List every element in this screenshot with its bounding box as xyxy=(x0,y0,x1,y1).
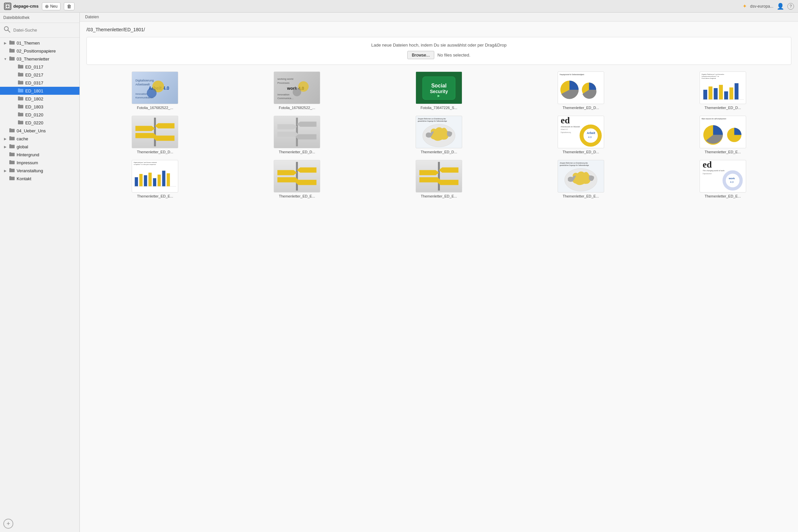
svg-text:gesetzlichen Zugangs für Selbs: gesetzlichen Zugangs für Selbstständige xyxy=(559,165,589,166)
add-folder-button[interactable]: + xyxy=(3,519,13,529)
svg-text:Jüngste Reformen zur Erweiteru: Jüngste Reformen zur Erweiterung des xyxy=(418,118,446,120)
file-thumbnail-5 xyxy=(132,116,178,148)
content-header: Dateien xyxy=(80,13,798,22)
folder-icon-Veranstaltung xyxy=(9,168,15,173)
svg-marker-45 xyxy=(295,134,317,140)
file-item-9[interactable]: Main reasons for self-employment Themenl… xyxy=(654,116,791,154)
tree-item-01_Themen[interactable]: ▶01_Themen xyxy=(0,39,79,47)
tree-item-ED_1802[interactable]: ED_1802 xyxy=(0,95,79,103)
file-item-14[interactable]: ed The changing world of work Digitaliza… xyxy=(654,160,791,198)
svg-rect-63 xyxy=(144,175,147,186)
svg-text:Arbeit: Arbeit xyxy=(587,131,595,135)
tree-item-Hintergrund[interactable]: Hintergrund xyxy=(0,151,79,158)
tree-label-01_Themen: 01_Themen xyxy=(17,41,76,45)
svg-marker-39 xyxy=(136,133,157,138)
tree-item-04_Ueber_Uns[interactable]: 04_Ueber_Uns xyxy=(0,127,79,135)
file-label-12: Themenletter_ED_E... xyxy=(421,194,457,198)
file-thumbnail-9: Main reasons for self-employment xyxy=(700,116,746,148)
folder-icon-02_Positionspapiere xyxy=(9,48,15,54)
tree-item-Veranstaltung[interactable]: ▶Veranstaltung xyxy=(0,167,79,174)
svg-rect-68 xyxy=(167,173,170,186)
folder-icon-ED_1801 xyxy=(18,88,23,93)
svg-rect-75 xyxy=(438,162,440,191)
file-item-0[interactable]: Digitalisierung Arbeitswelt Arbeit 4.0 I… xyxy=(87,72,224,110)
svg-rect-66 xyxy=(158,174,161,186)
file-item-8[interactable]: ed Arbeitswelt im Wandel Arbeit 4.0 Digi… xyxy=(512,116,649,154)
svg-marker-74 xyxy=(295,180,317,185)
svg-text:4.0: 4.0 xyxy=(730,180,734,184)
tree-label-Kontakt: Kontakt xyxy=(17,176,76,181)
file-thumbnail-8: ed Arbeitswelt im Wandel Arbeit 4.0 Digi… xyxy=(557,116,604,148)
file-item-3[interactable]: Hauptgründe für Selbstständigkeit Themen… xyxy=(512,72,649,110)
file-item-5[interactable]: Themenletter_ED_D... xyxy=(87,116,224,154)
tree-item-ED_1801[interactable]: ED_1801 xyxy=(0,87,79,95)
file-item-10[interactable]: Digital platforms* and German industrial… xyxy=(87,160,224,198)
tree-label-ED_0217: ED_0217 xyxy=(25,73,76,77)
search-input[interactable] xyxy=(13,27,76,33)
folder-icon-ED_1803 xyxy=(18,104,23,109)
tree-item-03_Themenletter[interactable]: ▼03_Themenletter xyxy=(0,55,79,63)
file-item-12[interactable]: Themenletter_ED_E... xyxy=(370,160,508,198)
file-thumbnail-7: Jüngste Reformen zur Erweiterung des ges… xyxy=(416,116,462,148)
svg-text:gesetzlichen Zugangs für Selbs: gesetzlichen Zugangs für Selbstständige xyxy=(418,120,447,122)
folder-icon-ED_1802 xyxy=(18,96,23,101)
svg-marker-40 xyxy=(153,136,174,141)
file-label-0: Fotolia_167682522_... xyxy=(137,106,173,110)
delete-button[interactable]: 🗑 xyxy=(64,2,75,10)
svg-point-16 xyxy=(292,88,301,96)
file-item-4[interactable]: Digitale Plattformen* und deutsche Indus… xyxy=(654,72,791,110)
tree-item-ED_0217[interactable]: ED_0217 xyxy=(0,71,79,79)
file-thumbnail-1: working world Processes work 4.0 Innovat… xyxy=(274,72,320,104)
tree-item-ED_0220[interactable]: ED_0220 xyxy=(0,119,79,127)
no-files-label: No files selected. xyxy=(438,53,471,58)
tree-arrow-Veranstaltung: ▶ xyxy=(3,169,7,173)
tree-item-ED_0120[interactable]: ED_0120 xyxy=(0,111,79,119)
main-layout: Dateibibliothek ▶01_Themen02_Positionspa… xyxy=(0,13,798,532)
tree-item-ED_0317[interactable]: ED_0317 xyxy=(0,79,79,87)
tree-item-cache[interactable]: ▶cache xyxy=(0,135,79,142)
tree-item-ED_0117[interactable]: ED_0117 xyxy=(0,63,79,71)
file-thumbnail-0: Digitalisierung Arbeitswelt Arbeit 4.0 I… xyxy=(132,72,178,104)
browse-button[interactable]: Browse... xyxy=(407,51,434,59)
folder-icon-cache xyxy=(9,136,15,141)
help-icon[interactable]: ? xyxy=(787,3,794,10)
file-thumbnail-12 xyxy=(416,160,462,192)
tree-item-ED_1803[interactable]: ED_1803 xyxy=(0,103,79,111)
tree-item-Kontakt[interactable]: Kontakt xyxy=(0,174,79,183)
tree-label-ED_0317: ED_0317 xyxy=(25,80,76,86)
svg-rect-30 xyxy=(714,88,718,99)
svg-text:work: work xyxy=(728,177,735,180)
tree-arrow-cache: ▶ xyxy=(3,137,7,141)
file-item-6[interactable]: Themenletter_ED_D... xyxy=(228,116,366,154)
svg-text:ed: ed xyxy=(703,160,711,170)
file-thumbnail-4: Digitale Plattformen* und deutsche Indus… xyxy=(700,72,746,104)
file-item-11[interactable]: Themenletter_ED_E... xyxy=(228,160,366,198)
tree-item-Impressum[interactable]: Impressum xyxy=(0,158,79,167)
tree-label-global: global xyxy=(17,144,76,149)
file-item-2[interactable]: Social Security ▶ Fotolia_73647226_S... xyxy=(370,72,508,110)
svg-marker-44 xyxy=(277,132,299,137)
tree-item-02_Positionspapiere[interactable]: 02_Positionspapiere xyxy=(0,47,79,55)
svg-marker-37 xyxy=(136,126,155,131)
file-item-7[interactable]: Jüngste Reformen zur Erweiterung des ges… xyxy=(370,116,508,154)
new-button[interactable]: ⊕ Neu xyxy=(42,2,60,10)
search-box xyxy=(0,23,79,38)
svg-rect-34 xyxy=(735,83,739,99)
app-container: Dateibibliothek ▶01_Themen02_Positionspa… xyxy=(0,13,798,532)
file-item-13[interactable]: Jüngste Reformen zur Erweiterung des ges… xyxy=(512,160,649,198)
upload-controls: Browse... No files selected. xyxy=(93,51,784,59)
app-title: depage-cms xyxy=(13,4,39,8)
svg-text:Jüngste Reformen zur Erweiteru: Jüngste Reformen zur Erweiterung des xyxy=(559,162,588,164)
file-label-13: Themenletter_ED_E... xyxy=(563,194,599,198)
svg-text:Digitale Plattformen* und deut: Digitale Plattformen* und deutsche xyxy=(702,74,724,75)
upload-area: Lade neue Dateien hoch, indem Du sie aus… xyxy=(87,37,791,65)
svg-text:Digitalisierung: Digitalisierung xyxy=(560,132,571,133)
folder-icon-ED_0217 xyxy=(18,72,23,77)
tree-item-global[interactable]: ▶global xyxy=(0,142,79,151)
svg-text:Social: Social xyxy=(431,83,446,89)
trash-icon: 🗑 xyxy=(67,4,72,9)
svg-marker-72 xyxy=(297,168,317,173)
file-item-1[interactable]: working world Processes work 4.0 Innovat… xyxy=(228,72,366,110)
plus-icon: ⊕ xyxy=(45,4,49,9)
file-thumbnail-13: Jüngste Reformen zur Erweiterung des ges… xyxy=(557,160,604,192)
